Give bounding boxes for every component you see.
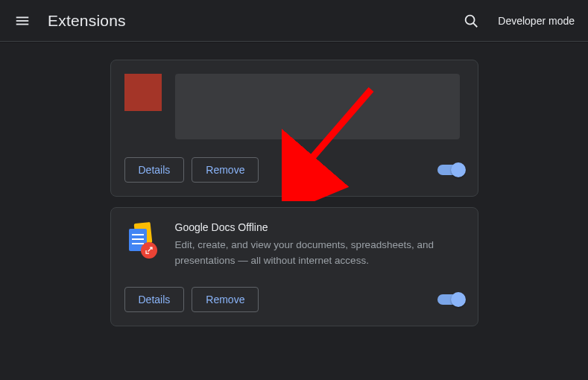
svg-point-3 [466, 15, 475, 24]
extension-icon [124, 74, 162, 111]
remove-button[interactable]: Remove [192, 157, 259, 183]
extensions-list: Details Remove Google Docs Offline Edit,… [0, 42, 588, 337]
svg-rect-0 [16, 16, 29, 18]
page-title: Extensions [48, 12, 126, 30]
offline-badge-icon [141, 242, 157, 259]
details-button[interactable]: Details [124, 157, 185, 183]
top-bar: Extensions Developer mode [0, 0, 588, 42]
svg-line-4 [473, 23, 477, 27]
details-button[interactable]: Details [124, 287, 185, 312]
developer-mode-label[interactable]: Developer mode [498, 15, 575, 27]
enable-toggle[interactable] [437, 294, 464, 305]
svg-rect-2 [16, 23, 29, 25]
extension-card: Details Remove [110, 60, 478, 197]
extension-icon [124, 221, 162, 259]
remove-button[interactable]: Remove [192, 287, 259, 312]
search-icon[interactable] [462, 12, 480, 30]
svg-rect-1 [16, 20, 29, 22]
extension-title: Google Docs Offline [175, 221, 464, 233]
menu-icon[interactable] [13, 12, 31, 30]
extension-card: Google Docs Offline Edit, create, and vi… [110, 207, 478, 326]
enable-toggle[interactable] [437, 165, 464, 175]
extension-info-redacted [175, 74, 460, 139]
extension-description: Edit, create, and view your documents, s… [175, 238, 464, 269]
